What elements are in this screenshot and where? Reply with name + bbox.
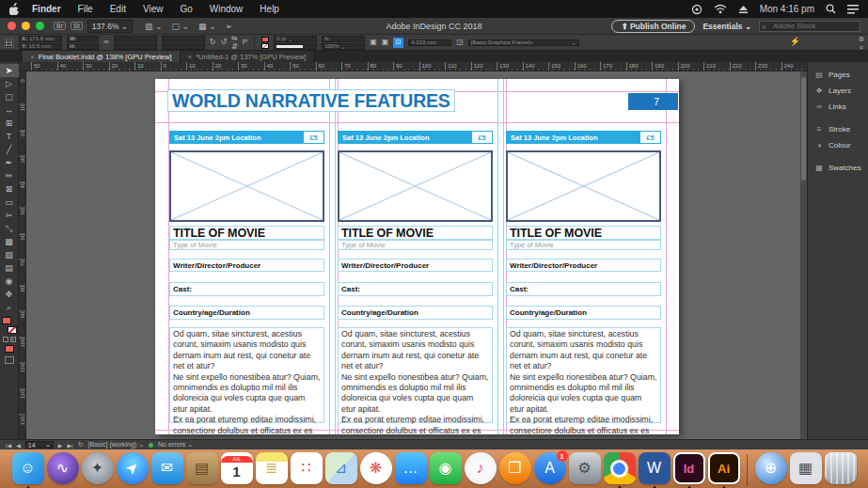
stock-button[interactable]: St bbox=[71, 22, 83, 30]
menu-item[interactable]: Go bbox=[171, 4, 200, 14]
screen-mode-button[interactable] bbox=[5, 356, 14, 364]
image-placeholder-frame[interactable] bbox=[338, 150, 493, 222]
select-container-icon[interactable]: P bbox=[243, 39, 247, 46]
dock-app-icon-finder[interactable]: ☺ bbox=[12, 452, 44, 484]
tool-button-pen-tool[interactable]: ✒ bbox=[0, 156, 19, 169]
width-field[interactable]: W: bbox=[67, 36, 99, 42]
panel-menu-icon[interactable]: ≡ bbox=[859, 44, 864, 51]
dock-app-icon-siri[interactable]: ∿ bbox=[47, 452, 79, 484]
height-field[interactable]: H: bbox=[67, 43, 99, 50]
country-age-duration-frame[interactable]: Country/age/Duration bbox=[169, 306, 324, 320]
cast-frame[interactable]: Cast: bbox=[506, 282, 661, 296]
constrain-proportions-icon[interactable]: ∞ bbox=[103, 39, 109, 46]
last-page-button[interactable]: ▶| bbox=[67, 442, 72, 449]
dock-app-icon-reminders[interactable]: ∷ bbox=[291, 452, 323, 484]
event-header-bar[interactable]: Sat 13 June 2pm Location £5 bbox=[506, 131, 661, 144]
adobe-stock-search-input[interactable] bbox=[759, 21, 860, 32]
menu-item[interactable]: File bbox=[70, 4, 102, 14]
notification-center-icon[interactable] bbox=[847, 5, 859, 14]
tool-button-frame-tool[interactable]: ⊠ bbox=[0, 182, 19, 196]
eject-icon[interactable] bbox=[738, 5, 749, 14]
minimize-window-button[interactable] bbox=[22, 22, 30, 30]
stroke-weight-field[interactable]: 0 pt ⌄ bbox=[274, 36, 317, 42]
dock-app-icon-ibooks[interactable]: ❒ bbox=[499, 452, 531, 484]
preflight-errors-dropdown[interactable]: No errors ⌄ bbox=[158, 441, 193, 449]
panel-tab-layers[interactable]: ❖ Layers bbox=[808, 83, 868, 99]
panel-tab[interactable] bbox=[808, 115, 868, 121]
y-position-field[interactable]: Y:10.5 mm bbox=[19, 43, 62, 50]
fill-swatch[interactable] bbox=[2, 317, 11, 324]
effects-dropdown[interactable]: fx bbox=[322, 36, 365, 42]
scale-y-field[interactable] bbox=[114, 43, 157, 50]
formatting-container-icon[interactable] bbox=[3, 337, 8, 342]
movie-type-frame[interactable]: Type of Movie bbox=[169, 240, 324, 250]
rotate-cw-icon[interactable]: ↻ bbox=[210, 39, 216, 46]
first-page-button[interactable]: |◀ bbox=[6, 442, 11, 449]
close-tab-icon[interactable]: × bbox=[188, 53, 193, 61]
menu-item[interactable]: Finder bbox=[24, 4, 70, 14]
apple-menu-icon[interactable] bbox=[9, 3, 20, 15]
dock-app-icon-itunes[interactable]: ♪ bbox=[465, 452, 497, 484]
fill-stroke-swatches[interactable] bbox=[2, 317, 17, 334]
arrange-documents-dropdown[interactable]: ▦ ⌄ bbox=[198, 22, 216, 31]
tool-button-gap-tool[interactable]: ↔ bbox=[0, 103, 19, 117]
scale-x-field[interactable] bbox=[114, 36, 157, 42]
image-placeholder-frame[interactable] bbox=[506, 150, 661, 222]
panel-tab-stroke[interactable]: ≡ Stroke bbox=[808, 121, 868, 137]
tool-button-type-tool[interactable]: T bbox=[0, 130, 19, 143]
cast-frame[interactable]: Cast: bbox=[169, 282, 324, 296]
quick-apply-icon[interactable]: ⚡ bbox=[790, 37, 800, 46]
corner-size-field[interactable]: 4.233 mm bbox=[408, 39, 451, 46]
panel-tab-colour[interactable]: ◑ Colour bbox=[808, 137, 868, 153]
movie-title-frame[interactable]: TITLE OF MOVIE bbox=[338, 226, 493, 240]
dock-app-icon-messages[interactable]: … bbox=[395, 452, 427, 484]
rotate-ccw-icon[interactable]: ↺ bbox=[220, 39, 227, 46]
cast-frame[interactable]: Cast: bbox=[338, 282, 493, 296]
panel-tab-pages[interactable]: ▤ Pages bbox=[808, 67, 868, 83]
next-page-button[interactable]: ▶ bbox=[58, 442, 63, 449]
dock-app-icon-notes[interactable]: ≣ bbox=[256, 452, 288, 484]
dock-app-icon-safari[interactable]: ➤ bbox=[117, 452, 149, 484]
dock-app-icon-illustrator[interactable]: Ai bbox=[708, 452, 740, 484]
movie-description-frame[interactable]: Od quam, sitae sincturest, acestius coru… bbox=[169, 327, 324, 423]
close-window-button[interactable] bbox=[8, 22, 16, 30]
object-style-dropdown[interactable]: [Basic Graphics Frame]+ ⌄ bbox=[468, 39, 579, 46]
panel-tab-swatches[interactable]: ▦ Swatches bbox=[808, 160, 868, 176]
writer-director-frame[interactable]: Writer/Director/Producer bbox=[506, 259, 661, 272]
document-tab[interactable]: × *Untitled-1 @ 137% [GPU Preview] bbox=[181, 51, 315, 62]
event-header-bar[interactable]: Sat 13 June 2pm Location £5 bbox=[169, 131, 324, 144]
dock-app-icon-app-store[interactable]: A 1 bbox=[534, 452, 566, 484]
dock-app-icon-photos[interactable]: ❋ bbox=[360, 452, 392, 484]
country-age-duration-frame[interactable]: Country/age/Duration bbox=[338, 306, 493, 320]
tool-button-free-transform-tool[interactable]: ⤡ bbox=[0, 222, 19, 235]
screen-mode-dropdown[interactable]: ▢ ⌄ bbox=[172, 22, 190, 31]
writer-director-frame[interactable]: Writer/Director/Producer bbox=[338, 259, 493, 272]
dock-app-icon-mail[interactable]: ✉ bbox=[151, 452, 183, 484]
menu-item[interactable]: Window bbox=[201, 4, 252, 14]
tool-button-content-collector-tool[interactable]: ⊞ bbox=[0, 117, 19, 130]
formatting-text-icon[interactable]: T bbox=[10, 337, 16, 342]
wrap-none-icon[interactable]: ▣ bbox=[370, 39, 377, 46]
bridge-button[interactable]: Br bbox=[54, 22, 66, 30]
movie-type-frame[interactable]: Type of Movie bbox=[506, 240, 661, 250]
fill-color-swatch[interactable] bbox=[261, 37, 269, 42]
page-number-dropdown[interactable]: 14⌄ bbox=[25, 441, 54, 449]
menu-item[interactable]: Help bbox=[251, 4, 288, 14]
event-header-bar[interactable]: Sat 13 June 2pm Location £5 bbox=[338, 131, 493, 144]
dock-app-icon-network-globe[interactable]: ⊕ bbox=[755, 452, 787, 484]
close-tab-icon[interactable]: × bbox=[30, 53, 35, 61]
dock-app-icon-indesign[interactable]: Id bbox=[673, 452, 705, 484]
tool-button-gradient-feather-tool[interactable]: ▨ bbox=[0, 248, 19, 261]
menu-item[interactable]: View bbox=[134, 4, 172, 14]
menu-item[interactable]: Edit bbox=[102, 4, 134, 14]
wrap-bounding-icon[interactable]: ▣ bbox=[382, 39, 389, 46]
tool-button-colour-theme-tool[interactable]: ◉ bbox=[0, 275, 19, 288]
country-age-duration-frame[interactable]: Country/age/Duration bbox=[506, 306, 661, 320]
wifi-icon[interactable] bbox=[714, 4, 727, 14]
corner-options-icon[interactable]: ◲ bbox=[456, 39, 464, 46]
tool-button-note-tool[interactable]: ▤ bbox=[0, 261, 19, 275]
tool-button-direct-selection-tool[interactable]: ▷ bbox=[0, 77, 19, 90]
tool-button-zoom-tool[interactable]: ⌕ bbox=[0, 301, 19, 314]
panel-gear-icon[interactable]: ⚙ bbox=[859, 36, 864, 43]
frame-fitting-icon[interactable]: ⊡ bbox=[393, 38, 403, 48]
